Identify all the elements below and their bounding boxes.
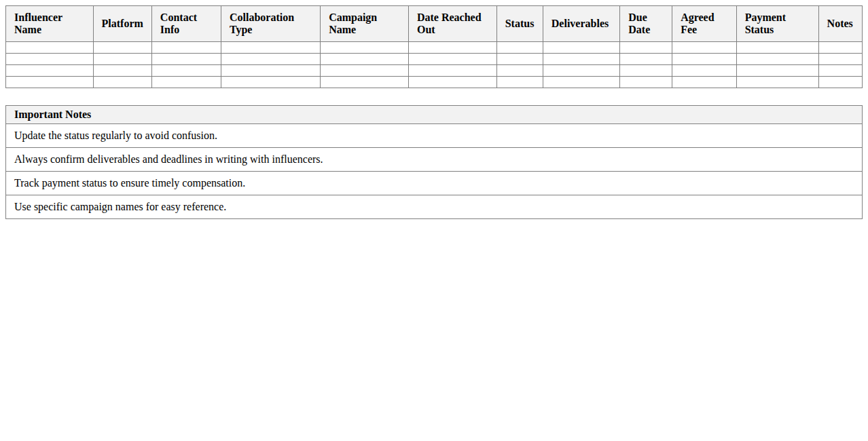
column-header-platform: Platform <box>93 6 151 42</box>
empty-cell <box>818 77 862 88</box>
empty-cell <box>6 54 94 65</box>
empty-cell <box>818 42 862 54</box>
empty-cell <box>543 42 619 54</box>
column-header-notes: Notes <box>818 6 862 42</box>
empty-cell <box>93 65 151 77</box>
empty-cell <box>620 65 672 77</box>
empty-cell <box>543 65 619 77</box>
empty-table-row <box>6 77 863 88</box>
tracker-table-body <box>6 42 863 88</box>
note-item: Always confirm deliverables and deadline… <box>6 148 863 172</box>
tracker-table-header-row: Influencer Name Platform Contact Info Co… <box>6 6 863 42</box>
empty-cell <box>321 65 409 77</box>
empty-cell <box>408 54 496 65</box>
empty-cell <box>408 77 496 88</box>
empty-cell <box>93 54 151 65</box>
empty-cell <box>151 65 221 77</box>
empty-cell <box>408 65 496 77</box>
empty-cell <box>93 42 151 54</box>
important-notes-table: Important Notes Update the status regula… <box>5 105 863 219</box>
column-header-campaign-name: Campaign Name <box>321 6 409 42</box>
column-header-payment-status: Payment Status <box>736 6 818 42</box>
note-row: Track payment status to ensure timely co… <box>6 172 863 195</box>
empty-table-row <box>6 65 863 77</box>
empty-cell <box>408 42 496 54</box>
empty-cell <box>496 77 543 88</box>
empty-cell <box>620 42 672 54</box>
column-header-status: Status <box>496 6 543 42</box>
note-item: Track payment status to ensure timely co… <box>6 172 863 195</box>
empty-cell <box>672 54 737 65</box>
column-header-deliverables: Deliverables <box>543 6 619 42</box>
notes-table-header-row: Important Notes <box>6 106 863 124</box>
empty-cell <box>221 65 320 77</box>
notes-table-body: Update the status regularly to avoid con… <box>6 124 863 219</box>
column-header-influencer-name: Influencer Name <box>6 6 94 42</box>
empty-cell <box>672 77 737 88</box>
empty-cell <box>321 77 409 88</box>
empty-cell <box>6 65 94 77</box>
empty-cell <box>543 77 619 88</box>
empty-cell <box>151 54 221 65</box>
column-header-collaboration-type: Collaboration Type <box>221 6 320 42</box>
empty-cell <box>6 77 94 88</box>
note-item: Update the status regularly to avoid con… <box>6 124 863 148</box>
column-header-contact-info: Contact Info <box>151 6 221 42</box>
empty-cell <box>496 65 543 77</box>
empty-cell <box>93 77 151 88</box>
empty-cell <box>221 42 320 54</box>
note-row: Always confirm deliverables and deadline… <box>6 148 863 172</box>
empty-cell <box>620 54 672 65</box>
empty-table-row <box>6 42 863 54</box>
column-header-due-date: Due Date <box>620 6 672 42</box>
empty-cell <box>151 77 221 88</box>
empty-table-row <box>6 54 863 65</box>
empty-cell <box>321 42 409 54</box>
influencer-tracker-table: Influencer Name Platform Contact Info Co… <box>5 5 863 88</box>
note-item: Use specific campaign names for easy ref… <box>6 195 863 219</box>
column-header-date-reached-out: Date Reached Out <box>408 6 496 42</box>
empty-cell <box>672 42 737 54</box>
empty-cell <box>6 42 94 54</box>
empty-cell <box>736 77 818 88</box>
column-header-agreed-fee: Agreed Fee <box>672 6 737 42</box>
note-row: Update the status regularly to avoid con… <box>6 124 863 148</box>
empty-cell <box>672 65 737 77</box>
empty-cell <box>221 77 320 88</box>
empty-cell <box>736 54 818 65</box>
empty-cell <box>818 54 862 65</box>
empty-cell <box>221 54 320 65</box>
note-row: Use specific campaign names for easy ref… <box>6 195 863 219</box>
empty-cell <box>818 65 862 77</box>
empty-cell <box>321 54 409 65</box>
empty-cell <box>151 42 221 54</box>
empty-cell <box>736 42 818 54</box>
empty-cell <box>736 65 818 77</box>
empty-cell <box>496 54 543 65</box>
empty-cell <box>620 77 672 88</box>
empty-cell <box>496 42 543 54</box>
notes-table-title: Important Notes <box>6 106 863 124</box>
empty-cell <box>543 54 619 65</box>
